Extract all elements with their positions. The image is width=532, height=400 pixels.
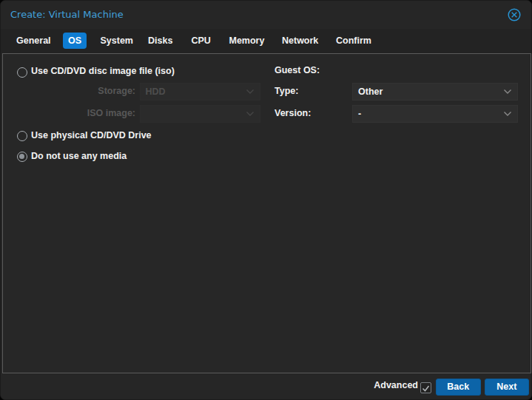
dialog-titlebar: Create: Virtual Machine xyxy=(1,1,531,30)
wizard-tabbar: General OS System Disks CPU Memory Netwo… xyxy=(1,29,531,53)
iso-image-combobox xyxy=(140,105,260,123)
iso-image-label: ISO image: xyxy=(1,108,135,118)
check-icon xyxy=(421,384,431,393)
tab-cpu[interactable]: CPU xyxy=(186,33,216,49)
form-panel xyxy=(2,53,531,373)
radio-use-iso-label[interactable]: Use CD/DVD disc image file (iso) xyxy=(31,66,175,76)
tab-general[interactable]: General xyxy=(11,33,56,49)
version-value: - xyxy=(358,109,503,119)
chevron-down-icon xyxy=(246,111,255,117)
type-value: Other xyxy=(358,87,503,97)
create-vm-dialog: Create: Virtual Machine General OS Syste… xyxy=(0,0,532,400)
advanced-label: Advanced xyxy=(1,380,418,390)
close-icon[interactable] xyxy=(508,8,521,21)
dialog-title: Create: Virtual Machine xyxy=(10,9,124,20)
next-button[interactable]: Next xyxy=(485,379,529,396)
version-label: Version: xyxy=(275,108,311,118)
tab-os[interactable]: OS xyxy=(63,33,87,49)
radio-no-media-label[interactable]: Do not use any media xyxy=(31,151,127,161)
version-combobox[interactable]: - xyxy=(352,105,518,123)
tab-confirm[interactable]: Confirm xyxy=(331,33,377,49)
type-label: Type: xyxy=(275,86,298,96)
tab-memory[interactable]: Memory xyxy=(224,33,270,49)
type-combobox[interactable]: Other xyxy=(352,83,518,101)
advanced-checkbox[interactable] xyxy=(420,382,431,393)
storage-value: HDD xyxy=(146,87,246,97)
radio-no-media[interactable] xyxy=(17,152,27,162)
storage-combobox: HDD xyxy=(140,83,260,101)
chevron-down-icon xyxy=(246,89,255,95)
radio-use-physical[interactable] xyxy=(17,131,27,141)
radio-use-physical-label[interactable]: Use physical CD/DVD Drive xyxy=(31,130,152,140)
back-button[interactable]: Back xyxy=(436,379,482,396)
tab-system[interactable]: System xyxy=(95,33,138,49)
radio-use-iso[interactable] xyxy=(17,67,27,78)
chevron-down-icon xyxy=(503,111,512,117)
tab-network[interactable]: Network xyxy=(277,33,323,49)
chevron-down-icon xyxy=(503,89,512,95)
guest-os-heading: Guest OS: xyxy=(275,65,320,75)
storage-label: Storage: xyxy=(1,86,135,96)
tab-disks[interactable]: Disks xyxy=(143,33,178,49)
